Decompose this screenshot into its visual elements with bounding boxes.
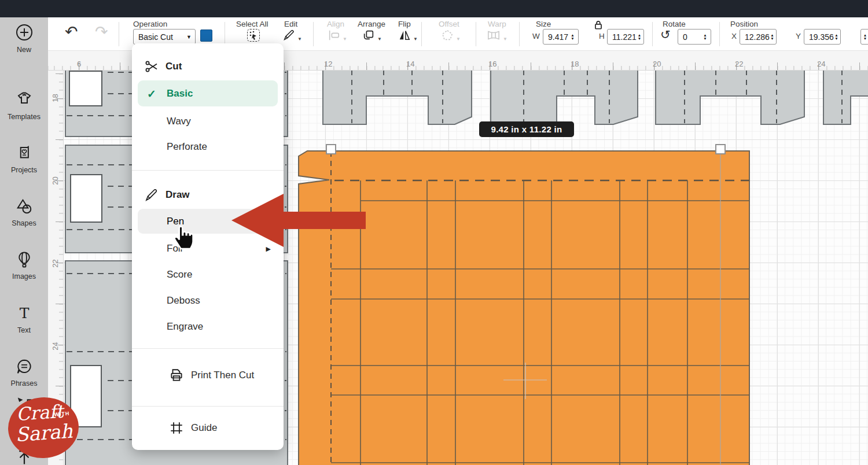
offset-button[interactable]: ▼ (441, 29, 461, 44)
speech-bubble-icon (16, 358, 33, 375)
menu-item-label: Wavy (167, 116, 191, 127)
x-value: 12.286 (745, 32, 770, 42)
sidebar-item-shapes[interactable]: Shapes (0, 198, 48, 227)
sidebar-item-label: Text (0, 326, 48, 334)
menu-item-label: Engrave (167, 321, 203, 333)
menu-item-score[interactable]: Score (132, 264, 284, 286)
y-position-field[interactable]: 19.356 ▲▼ (804, 29, 841, 45)
ruler-number: 18 (571, 60, 579, 68)
redo-button[interactable]: ↷ (95, 24, 108, 40)
ruler-number: 22 (50, 259, 59, 267)
menu-header-label: Draw (165, 189, 190, 201)
align-label: Align (327, 20, 344, 28)
guide-frame-icon (169, 420, 184, 436)
size-label: Size (536, 20, 551, 28)
hand-cursor-icon (171, 221, 197, 253)
height-label: H (599, 32, 605, 40)
logo-word: WITH (54, 411, 70, 418)
menu-item-deboss[interactable]: Deboss (132, 290, 284, 312)
ruler-number: 20 (50, 176, 59, 184)
sidebar-item-label: Phrases (0, 379, 48, 387)
edge-stepper-partial[interactable]: ▲▼ (860, 29, 868, 45)
x-position-field[interactable]: 12.286 ▲▼ (740, 29, 777, 45)
selection-handle-top-right (716, 145, 725, 154)
menu-item-engrave[interactable]: Engrave (132, 316, 284, 338)
operation-dropdown[interactable]: Basic Cut ▼ (133, 29, 196, 45)
logo-word: Sarah (14, 420, 73, 446)
rotate-field[interactable]: 0 ▲▼ (678, 29, 711, 45)
width-field[interactable]: 9.417 ▲▼ (543, 29, 579, 45)
rotate-icon[interactable]: ↺ (660, 28, 671, 42)
y-value: 19.356 (809, 32, 834, 42)
sidebar-item-phrases[interactable]: Phrases (0, 358, 48, 387)
arrange-icon (362, 29, 375, 42)
sidebar-item-new[interactable]: New (0, 23, 48, 54)
check-icon: ✓ (147, 87, 156, 100)
align-icon (328, 29, 340, 42)
sidebar-item-label: Projects (0, 166, 48, 174)
ruler-number: 24 (817, 60, 825, 68)
rotate-stepper[interactable]: ▲▼ (701, 34, 709, 40)
lock-aspect-icon[interactable] (593, 20, 604, 30)
flip-label: Flip (398, 20, 411, 28)
sidebar-item-text[interactable]: T Text (0, 305, 48, 334)
sidebar-item-images[interactable]: Images (0, 251, 48, 281)
toolbar-divider (225, 22, 225, 46)
hot-air-balloon-icon (16, 251, 33, 268)
ruler-number: 6 (77, 60, 81, 68)
select-all-label: Select All (236, 20, 269, 28)
y-label: Y (796, 32, 801, 40)
printer-icon (169, 368, 184, 383)
color-swatch[interactable] (200, 29, 212, 42)
menu-divider (132, 170, 284, 171)
height-field[interactable]: 11.221 ▲▼ (607, 29, 644, 45)
chevron-down-icon: ▼ (181, 34, 192, 40)
toolbar-divider (476, 22, 476, 46)
menu-item-label: Print Then Cut (191, 370, 254, 381)
ruler-number: 18 (50, 94, 59, 102)
position-label: Position (730, 20, 758, 28)
menu-item-print-then-cut[interactable]: Print Then Cut (132, 361, 284, 389)
toolbar-divider (652, 22, 653, 46)
ruler-number: 20 (653, 60, 661, 68)
arrange-button[interactable]: ▼ (362, 29, 382, 44)
warp-label: Warp (488, 20, 506, 28)
sidebar-item-label: Templates (0, 113, 48, 121)
toolbar-divider (719, 22, 720, 46)
sidebar-item-projects[interactable]: Projects (0, 145, 48, 174)
annotation-arrow (230, 193, 367, 250)
y-stepper[interactable]: ▲▼ (834, 34, 839, 40)
edit-button[interactable]: ▼ (282, 29, 302, 44)
menu-item-basic[interactable]: ✓ Basic (138, 80, 278, 106)
warp-button[interactable]: ▼ (487, 29, 507, 44)
offset-icon (441, 29, 454, 42)
menu-item-label: Guide (191, 422, 217, 434)
menu-item-guide[interactable]: Guide (132, 414, 284, 442)
menu-divider (132, 348, 284, 349)
x-stepper[interactable]: ▲▼ (770, 34, 775, 40)
toolbar-divider (519, 22, 520, 46)
select-all-button[interactable] (247, 29, 260, 42)
operation-value: Basic Cut (138, 32, 173, 42)
selection-handle-top-left (326, 145, 336, 154)
menu-divider (132, 406, 284, 407)
pencil-icon (145, 188, 159, 202)
flip-button[interactable]: ▼ (398, 29, 418, 44)
menu-item-label: Perforate (167, 141, 207, 153)
toolbar-divider (313, 22, 314, 46)
gray-template-pieces-top[interactable] (323, 71, 868, 124)
ruler-number: 22 (735, 60, 743, 68)
sidebar-item-label: Images (0, 272, 48, 281)
menu-item-wavy[interactable]: Wavy (132, 110, 284, 132)
width-stepper[interactable]: ▲▼ (568, 34, 577, 40)
tshirt-icon (16, 91, 33, 109)
sidebar-item-label: New (0, 46, 48, 54)
svg-text:T: T (19, 305, 29, 322)
operation-label: Operation (133, 20, 167, 28)
align-button[interactable]: ▼ (328, 29, 347, 44)
sidebar-item-templates[interactable]: Templates (0, 91, 48, 121)
height-stepper[interactable]: ▲▼ (637, 34, 642, 40)
undo-button[interactable]: ↶ (65, 24, 78, 40)
warp-icon (487, 29, 501, 42)
menu-item-perforate[interactable]: Perforate (132, 136, 284, 158)
